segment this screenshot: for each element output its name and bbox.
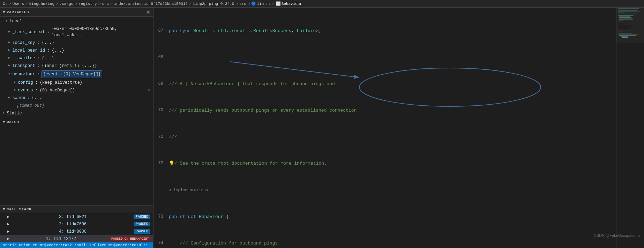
line-73: 73 pub struct Behaviour { [156, 213, 613, 220]
events-copy-icon[interactable]: ⊞ [148, 88, 150, 93]
variables-collapse-icon: ▼ [3, 10, 5, 14]
watermark-text: CSDN @FakeOccupational [594, 233, 641, 238]
callstack-header[interactable]: ▼ CALL STACK [0, 206, 153, 213]
callstack-collapse-icon: ▼ [3, 207, 5, 211]
breadcrumb-users[interactable]: Users [13, 2, 24, 6]
var-swarm[interactable]: ▶ swarm : {...} [0, 94, 153, 102]
breadcrumb-src[interactable]: src [102, 2, 109, 6]
local-section: ▼ Local ▶ _task_context : {waker:0x00000… [0, 17, 153, 118]
behaviour-expand: ▼ [8, 72, 10, 77]
breadcrumb-sep-9: > [248, 2, 250, 6]
breadcrumb-cargo[interactable]: .cargo [60, 2, 74, 6]
line-70: 70 /// periodically sends outbound pings… [156, 107, 613, 114]
breadcrumb-librs[interactable]: lib.rs [257, 2, 271, 6]
line-71: 71 /// [156, 134, 613, 140]
var-transport[interactable]: ▶ transport : {inner:(refs:1) {...}} [0, 62, 153, 70]
callstack-section: ▼ CALL STACK ▶ 3: tid=6021 PAUSED ▶ 2: t… [0, 205, 153, 248]
callstack-badge-3: PAUSED [134, 215, 150, 219]
callstack-title: CALL STACK [7, 207, 31, 211]
breadcrumb: C: > Users > kingchuxing > .cargo > regi… [0, 0, 644, 8]
breadcrumb-sep-7: > [189, 2, 192, 6]
breadcrumb-sep-4: > [75, 2, 77, 6]
breadcrumb-behaviour[interactable]: Behaviour [282, 2, 302, 6]
var-behaviour-name: behaviour [12, 71, 35, 77]
code-content: 67 pub type Result = std::result::Result… [153, 8, 616, 248]
status-bar: static union enum2$<core::task::poll::Po… [0, 242, 153, 248]
var-events-value: (0) VecDeque[] [40, 87, 75, 93]
minimap [616, 8, 644, 248]
task-context-expand: ▶ [8, 30, 10, 35]
var-transport-value: {inner:(refs:1) {...}} [42, 63, 97, 69]
watch-section: ▼ WATCH [0, 118, 153, 126]
local-key-expand: ▶ [8, 40, 10, 45]
var-swarm-name: swarm [12, 95, 25, 101]
var-config-name: config [18, 80, 33, 86]
watch-title: WATCH [7, 120, 19, 124]
var-task-context-value: {waker:0x0000018e9cc736a0, local_wake... [52, 26, 150, 38]
var-behaviour-value: {events:(0) VecDeque[]} [42, 70, 102, 78]
var-awaitee[interactable]: ▶ __awaitee : {...} [0, 54, 153, 62]
watch-header[interactable]: ▼ WATCH [3, 119, 150, 125]
swarm-expand: ▶ [8, 96, 10, 100]
breadcrumb-sep-5: > [98, 2, 101, 6]
var-local-peer-id-name: local_peer_id [12, 47, 45, 54]
callstack-item-3[interactable]: ▶ 3: tid=6021 PAUSED [0, 213, 153, 220]
var-awaitee-name: __awaitee [12, 55, 35, 61]
breadcrumb-c[interactable]: C: [3, 2, 7, 6]
breadcrumb-librs-icon: 🔵 [251, 1, 256, 6]
watermark: CSDN @FakeOccupational [594, 233, 641, 238]
var-task-context[interactable]: ▶ _task_context : {waker:0x0000018e9cc73… [0, 25, 153, 39]
breadcrumb-registry[interactable]: registry [78, 2, 97, 6]
watch-collapse-icon: ▼ [3, 120, 5, 124]
status-text: static union enum2$<core::task::poll::Po… [3, 243, 153, 247]
var-events-name: events [18, 87, 33, 93]
callstack-tid-1: 1: tid=12472 [43, 236, 76, 241]
var-local-peer-id-value: {...} [52, 47, 64, 54]
var-transport-name: transport [12, 63, 35, 69]
breadcrumb-index[interactable]: index.crates.io-6f17d22bba15001f [114, 2, 188, 6]
line-74: 74 /// Configuration for outbound pings. [156, 240, 613, 247]
svg-rect-24 [616, 8, 644, 43]
var-local-key[interactable]: ▶ local_key : {...} [0, 39, 153, 47]
var-events[interactable]: ▶ events : (0) VecDeque[] ⊞ [0, 87, 153, 94]
local-section-header[interactable]: ▼ Local [0, 17, 153, 25]
breadcrumb-src2[interactable]: src [239, 2, 246, 6]
var-local-peer-id[interactable]: ▶ local_peer_id : {...} [0, 47, 153, 54]
variables-copy-icon[interactable]: ⊞ [147, 9, 150, 15]
variables-header[interactable]: ▼ VARIABLES ⊞ [0, 8, 153, 17]
editor-area: 67 pub type Result = std::result::Result… [153, 8, 644, 248]
breadcrumb-sep-10: > [272, 2, 275, 6]
line-67: 67 pub type Result = std::result::Result… [156, 28, 613, 34]
callstack-tid-4: 4: tid=8008 [57, 229, 87, 234]
static-expand: ▶ [3, 111, 5, 116]
awaitee-expand: ▶ [8, 56, 10, 61]
callstack-item-4[interactable]: ▶ 4: tid=8008 PAUSED [0, 228, 153, 235]
events-expand: ▶ [14, 88, 16, 93]
code-container[interactable]: 67 pub type Result = std::result::Result… [153, 8, 616, 248]
line-69: 69 /// A [`NetworkBehaviour`] that respo… [156, 81, 613, 87]
line-impl-hint: 3 implementations [156, 187, 613, 194]
breadcrumb-user[interactable]: kingchuxing [29, 2, 54, 6]
line-68: 68 [156, 54, 613, 61]
breadcrumb-sep-6: > [110, 2, 113, 6]
variables-title: VARIABLES [7, 10, 29, 14]
static-label: Static [7, 110, 22, 117]
timed-out-label: [timed out] [8, 103, 44, 109]
var-timed-out: [timed out] [0, 102, 153, 110]
variables-section: ▼ Local ▶ _task_context : {waker:0x00000… [0, 17, 153, 205]
transport-expand: ▶ [8, 63, 10, 68]
breadcrumb-sep-2: > [25, 2, 28, 6]
var-behaviour[interactable]: ▼ behaviour : {events:(0) VecDeque[]} [0, 70, 153, 79]
breadcrumb-struct-icon: ⬜ [276, 1, 281, 6]
breadcrumb-libp2p[interactable]: libp2p-ping-0.34.0 [193, 2, 234, 6]
callstack-item-1[interactable]: ▶ 1: tid=12472 PAUSED ON BREAKPOINT [0, 235, 153, 242]
static-section-header[interactable]: ▶ Static [0, 110, 153, 117]
var-config[interactable]: ▶ config : {keep_alive:true} [0, 79, 153, 87]
breadcrumb-sep-8: > [235, 2, 238, 6]
var-awaitee-value: {...} [42, 55, 54, 61]
callstack-item-2[interactable]: ▶ 2: tid=7696 PAUSED [0, 220, 153, 228]
var-config-value: {keep_alive:true} [40, 80, 82, 86]
local-peer-id-expand: ▶ [8, 48, 10, 53]
local-expand-icon: ▼ [6, 19, 7, 24]
callstack-tid-2: 2: tid=7696 [57, 222, 87, 227]
